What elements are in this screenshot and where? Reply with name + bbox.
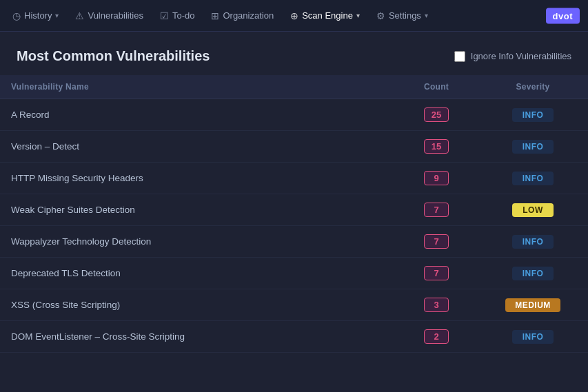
ignore-info-checkbox[interactable] [454, 51, 465, 62]
chevron-down-icon-scan: ▾ [356, 12, 360, 19]
organization-icon: ⊞ [211, 10, 219, 21]
nav-label-organization: Organization [223, 10, 274, 21]
nav-label-vulnerabilities: Vulnerabilities [88, 10, 143, 21]
nav-label-history: History [24, 10, 52, 21]
cell-vuln-name: Deprecated TLS Detection [0, 258, 395, 289]
cell-vuln-name: HTTP Missing Security Headers [0, 163, 395, 194]
cell-severity: INFO [478, 99, 588, 131]
cell-vuln-name: Wappalyzer Technology Detection [0, 226, 395, 258]
nav-item-organization[interactable]: ⊞ Organization [204, 6, 281, 25]
nav-item-scan-engine[interactable]: ⊕ Scan Engine ▾ [283, 6, 367, 25]
severity-badge: LOW [512, 203, 554, 217]
table-row[interactable]: Version – Detect15INFO [0, 131, 588, 163]
nav-item-history[interactable]: ◷ History ▾ [6, 6, 65, 25]
cell-severity: INFO [478, 258, 588, 289]
nav-label-todo: To-do [172, 10, 195, 21]
user-badge[interactable]: dvot [546, 8, 580, 23]
table-row[interactable]: DOM EventListener – Cross-Site Scripting… [0, 321, 588, 353]
cell-severity: INFO [478, 163, 588, 194]
cell-count: 7 [395, 226, 478, 258]
severity-badge: INFO [512, 235, 554, 249]
nav-item-vulnerabilities[interactable]: ⚠ Vulnerabilities [68, 6, 150, 25]
cell-vuln-name: A Record [0, 99, 395, 131]
nav-label-settings: Settings [389, 10, 421, 21]
cell-count: 2 [395, 321, 478, 353]
count-badge: 7 [424, 203, 449, 217]
table-row[interactable]: XSS (Cross Site Scripting)3MEDIUM [0, 289, 588, 321]
table-row[interactable]: Weak Cipher Suites Detection7LOW [0, 194, 588, 226]
count-badge: 25 [424, 107, 449, 122]
cell-count: 25 [395, 99, 478, 131]
cell-severity: LOW [478, 194, 588, 226]
severity-badge: MEDIUM [505, 298, 560, 312]
table-row[interactable]: HTTP Missing Security Headers9INFO [0, 163, 588, 194]
vulnerability-table-container: Vulnerability Name Count Severity A Reco… [0, 75, 588, 353]
count-badge: 2 [424, 329, 449, 344]
vulnerability-table: Vulnerability Name Count Severity A Reco… [0, 75, 588, 353]
cell-severity: INFO [478, 226, 588, 258]
severity-badge: INFO [512, 108, 554, 122]
nav-item-todo[interactable]: ☑ To-do [153, 6, 202, 25]
count-badge: 9 [424, 171, 449, 185]
chevron-down-icon-settings: ▾ [425, 12, 428, 19]
cell-count: 9 [395, 163, 478, 194]
cell-severity: INFO [478, 321, 588, 353]
cell-count: 7 [395, 194, 478, 226]
chevron-down-icon: ▾ [55, 12, 59, 19]
table-row[interactable]: Wappalyzer Technology Detection7INFO [0, 226, 588, 258]
settings-icon: ⚙ [376, 10, 385, 21]
col-header-severity: Severity [478, 75, 588, 99]
count-badge: 3 [424, 298, 449, 312]
severity-badge: INFO [512, 330, 554, 344]
vulnerability-icon: ⚠ [75, 10, 84, 21]
severity-badge: INFO [512, 267, 554, 280]
table-row[interactable]: Deprecated TLS Detection7INFO [0, 258, 588, 289]
page-title: Most Common Vulnerabilities [17, 48, 210, 64]
cell-vuln-name: Weak Cipher Suites Detection [0, 194, 395, 226]
navbar: ◷ History ▾ ⚠ Vulnerabilities ☑ To-do ⊞ … [0, 0, 588, 32]
nav-label-scan-engine: Scan Engine [302, 10, 353, 21]
cell-count: 15 [395, 131, 478, 163]
header-row: Most Common Vulnerabilities Ignore Info … [0, 48, 588, 75]
col-header-name: Vulnerability Name [0, 75, 395, 99]
col-header-count: Count [395, 75, 478, 99]
scan-engine-icon: ⊕ [290, 10, 298, 21]
count-badge: 7 [424, 234, 449, 249]
cell-vuln-name: XSS (Cross Site Scripting) [0, 289, 395, 321]
cell-severity: MEDIUM [478, 289, 588, 321]
count-badge: 7 [424, 266, 449, 280]
severity-badge: INFO [512, 172, 554, 185]
main-content: Most Common Vulnerabilities Ignore Info … [0, 32, 588, 353]
ignore-info-row: Ignore Info Vulnerabilities [454, 51, 571, 62]
count-badge: 15 [424, 139, 449, 154]
severity-badge: INFO [512, 140, 554, 154]
todo-icon: ☑ [160, 10, 169, 21]
table-header-row: Vulnerability Name Count Severity [0, 75, 588, 99]
table-row[interactable]: A Record25INFO [0, 99, 588, 131]
nav-item-settings[interactable]: ⚙ Settings ▾ [369, 6, 435, 25]
history-icon: ◷ [12, 10, 21, 21]
cell-severity: INFO [478, 131, 588, 163]
ignore-info-label: Ignore Info Vulnerabilities [471, 51, 571, 61]
cell-count: 7 [395, 258, 478, 289]
cell-vuln-name: Version – Detect [0, 131, 395, 163]
cell-vuln-name: DOM EventListener – Cross-Site Scripting [0, 321, 395, 353]
cell-count: 3 [395, 289, 478, 321]
